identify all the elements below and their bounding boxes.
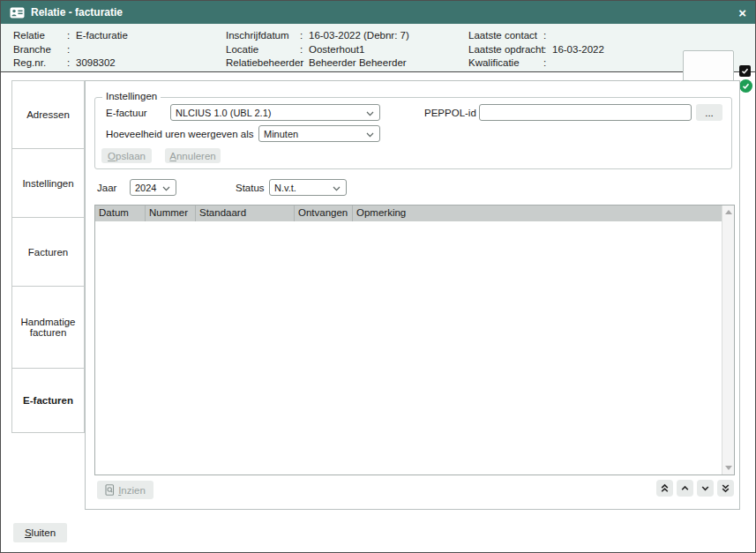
next-record-button[interactable] bbox=[697, 480, 714, 497]
button-label: Opslaan bbox=[108, 151, 146, 161]
separator: : bbox=[543, 43, 552, 57]
column-header-standaard[interactable]: Standaard bbox=[196, 206, 295, 221]
header-row: Relatie:E-facturatie bbox=[13, 29, 128, 43]
last-record-button[interactable] bbox=[717, 480, 734, 497]
uren-select[interactable]: Minuten bbox=[258, 125, 380, 142]
scroll-down-icon[interactable] bbox=[725, 466, 732, 470]
checked-checkbox[interactable] bbox=[739, 65, 751, 77]
field-value: 16-03-2022 (Debnr: 7) bbox=[309, 29, 409, 43]
record-navigation bbox=[656, 480, 734, 497]
separator: : bbox=[300, 43, 309, 57]
header-row: Branche: bbox=[13, 43, 128, 57]
relation-header: Relatie:E-facturatie Branche: Reg.nr.:30… bbox=[1, 24, 755, 72]
field-label: Kwalificatie bbox=[468, 56, 543, 71]
e-facturen-table: Datum Nummer Standaard Ontvangen Opmerki… bbox=[94, 205, 735, 475]
button-label: Sluiten bbox=[25, 527, 56, 538]
header-row: Kwalificatie: bbox=[468, 56, 604, 71]
tab-label: Handmatige facturen bbox=[16, 317, 80, 338]
peppol-browse-button[interactable]: ... bbox=[696, 104, 722, 121]
field-value: Beheerder Beheerder bbox=[309, 56, 407, 71]
field-value: E-facturatie bbox=[76, 29, 128, 43]
uren-selected-value: Minuten bbox=[264, 129, 298, 139]
field-label: Branche bbox=[13, 43, 67, 57]
field-value: Oosterhout1 bbox=[309, 43, 364, 57]
groupbox-legend: Instellingen bbox=[102, 91, 161, 101]
tab-handmatige-facturen[interactable]: Handmatige facturen bbox=[11, 286, 85, 369]
field-label: Laatste opdracht bbox=[468, 43, 543, 57]
inzien-button[interactable]: Inzien bbox=[97, 481, 153, 499]
column-header-ontvangen[interactable]: Ontvangen bbox=[295, 206, 353, 221]
header-row: Reg.nr.:3098302 bbox=[13, 56, 128, 71]
chevron-down-icon bbox=[333, 186, 341, 191]
status-label: Status bbox=[236, 183, 265, 193]
header-col-2: Inschrijfdatum:16-03-2022 (Debnr: 7) Loc… bbox=[226, 29, 409, 71]
separator: : bbox=[67, 29, 76, 43]
contact-card-icon bbox=[10, 7, 25, 19]
ellipsis-label: ... bbox=[705, 108, 714, 118]
efactuur-label: E-factuur bbox=[106, 108, 147, 118]
first-record-button[interactable] bbox=[656, 480, 673, 497]
separator: : bbox=[300, 29, 309, 43]
chevron-up-icon bbox=[680, 483, 690, 493]
header-row: Locatie:Oosterhout1 bbox=[226, 43, 409, 57]
table-header-row: Datum Nummer Standaard Ontvangen Opmerki… bbox=[95, 206, 722, 222]
tab-adressen[interactable]: Adressen bbox=[11, 80, 85, 149]
dialog-window: Relatie - facturatie × Relatie:E-factura… bbox=[0, 0, 756, 553]
jaar-select[interactable]: 2024 bbox=[130, 179, 176, 196]
opslaan-button[interactable]: Opslaan bbox=[101, 148, 152, 163]
e-facturen-panel: Instellingen E-factuur NLCIUS 1.0 (UBL 2… bbox=[85, 80, 740, 510]
button-label: Annuleren bbox=[169, 151, 215, 161]
separator: : bbox=[543, 29, 552, 43]
chevron-down-icon bbox=[162, 186, 170, 191]
tab-label: Facturen bbox=[28, 247, 68, 258]
separator: : bbox=[543, 56, 552, 71]
field-label: Laatste contact bbox=[468, 29, 543, 43]
header-row: Laatste contact: bbox=[468, 29, 604, 43]
field-value: 16-03-2022 bbox=[552, 43, 604, 57]
header-row: Relatiebeheerder:Beheerder Beheerder bbox=[226, 56, 409, 71]
previous-record-button[interactable] bbox=[677, 480, 693, 497]
button-label: Inzien bbox=[118, 485, 146, 496]
uren-label: Hoeveelheid uren weergeven als bbox=[106, 129, 254, 139]
table-scrollbar[interactable] bbox=[722, 206, 734, 475]
header-row: Inschrijfdatum:16-03-2022 (Debnr: 7) bbox=[226, 29, 409, 43]
field-label: Relatiebeheerder bbox=[226, 56, 300, 71]
annuleren-button[interactable]: Annuleren bbox=[165, 148, 221, 163]
status-ok-icon bbox=[739, 79, 752, 93]
field-label: Relatie bbox=[13, 29, 67, 43]
field-value: 3098302 bbox=[76, 56, 116, 71]
tab-facturen[interactable]: Facturen bbox=[11, 217, 85, 287]
column-header-nummer[interactable]: Nummer bbox=[146, 206, 196, 221]
instellingen-groupbox: Instellingen E-factuur NLCIUS 1.0 (UBL 2… bbox=[94, 97, 732, 169]
chevron-down-icon bbox=[366, 111, 374, 116]
efactuur-select[interactable]: NLCIUS 1.0 (UBL 2.1) bbox=[170, 104, 380, 121]
title-bar: Relatie - facturatie × bbox=[1, 1, 755, 24]
tab-label: Adressen bbox=[26, 109, 70, 120]
chevron-down-icon bbox=[366, 132, 374, 138]
tab-label: E-facturen bbox=[23, 395, 73, 406]
scroll-up-icon[interactable] bbox=[725, 210, 732, 214]
chevron-down-icon bbox=[700, 483, 710, 493]
close-button[interactable]: × bbox=[738, 6, 746, 19]
field-label: Reg.nr. bbox=[13, 56, 67, 71]
field-label: Inschrijfdatum bbox=[226, 29, 300, 43]
header-col-1: Relatie:E-facturatie Branche: Reg.nr.:30… bbox=[13, 29, 128, 71]
column-header-datum[interactable]: Datum bbox=[95, 206, 146, 221]
tab-instellingen[interactable]: Instellingen bbox=[11, 148, 85, 218]
sluiten-button[interactable]: Sluiten bbox=[13, 523, 67, 542]
peppol-input[interactable] bbox=[479, 104, 692, 121]
document-magnifier-icon bbox=[105, 484, 115, 496]
tab-e-facturen[interactable]: E-facturen bbox=[11, 368, 85, 433]
jaar-selected-value: 2024 bbox=[135, 183, 156, 193]
separator: : bbox=[67, 56, 76, 71]
table-body-empty bbox=[95, 221, 722, 475]
field-label: Locatie bbox=[226, 43, 300, 57]
tab-label: Instellingen bbox=[22, 178, 73, 189]
header-row: Laatste opdracht:16-03-2022 bbox=[468, 43, 604, 57]
status-selected-value: N.v.t. bbox=[274, 183, 296, 193]
column-header-opmerking[interactable]: Opmerking bbox=[353, 206, 722, 221]
status-select[interactable]: N.v.t. bbox=[269, 179, 347, 196]
double-chevron-down-icon bbox=[721, 483, 730, 493]
peppol-label: PEPPOL-id bbox=[424, 108, 476, 118]
jaar-label: Jaar bbox=[97, 183, 116, 193]
